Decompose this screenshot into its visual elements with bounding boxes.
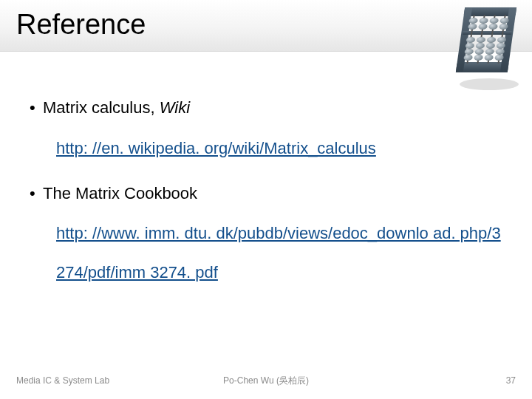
abacus-icon (451, 3, 522, 92)
svg-point-31 (484, 55, 494, 61)
bullet-icon: • (30, 174, 43, 214)
ref-title-text: Matrix calculus, (43, 98, 160, 117)
svg-point-15 (488, 24, 498, 30)
list-item: • The Matrix Cookbook (30, 174, 502, 214)
svg-point-14 (478, 24, 488, 30)
ref-link-1[interactable]: http: //en. wikipedia. org/wiki/Matrix_c… (56, 129, 502, 168)
svg-point-10 (479, 18, 488, 24)
list-item: • Matrix calculus, Wiki (30, 89, 502, 128)
svg-point-23 (485, 43, 495, 49)
svg-point-26 (474, 49, 484, 55)
ref-title-2: The Matrix Cookbook (43, 174, 197, 214)
bullet-icon: • (30, 89, 43, 128)
ref-title-1: Matrix calculus, Wiki (43, 89, 190, 128)
svg-point-18 (476, 37, 485, 43)
svg-point-22 (475, 43, 485, 49)
svg-point-30 (474, 55, 483, 61)
slide: Reference (0, 0, 532, 399)
ref-link-2[interactable]: http: //www. imm. dtu. dk/pubdb/views/ed… (56, 214, 502, 293)
svg-point-11 (489, 18, 499, 24)
footer: Media IC & System Lab Po-Chen Wu (吳柏辰) 3… (0, 375, 532, 386)
slide-number: 37 (506, 375, 516, 386)
svg-point-19 (486, 37, 496, 43)
svg-point-27 (485, 49, 494, 55)
footer-left: Media IC & System Lab (16, 375, 109, 386)
svg-rect-4 (463, 31, 512, 35)
page-title: Reference (16, 9, 146, 41)
content-area: • Matrix calculus, Wiki http: //en. wiki… (30, 89, 502, 299)
ref-title-italic: Wiki (160, 98, 190, 117)
ref-title-text: The Matrix Cookbook (43, 184, 197, 202)
